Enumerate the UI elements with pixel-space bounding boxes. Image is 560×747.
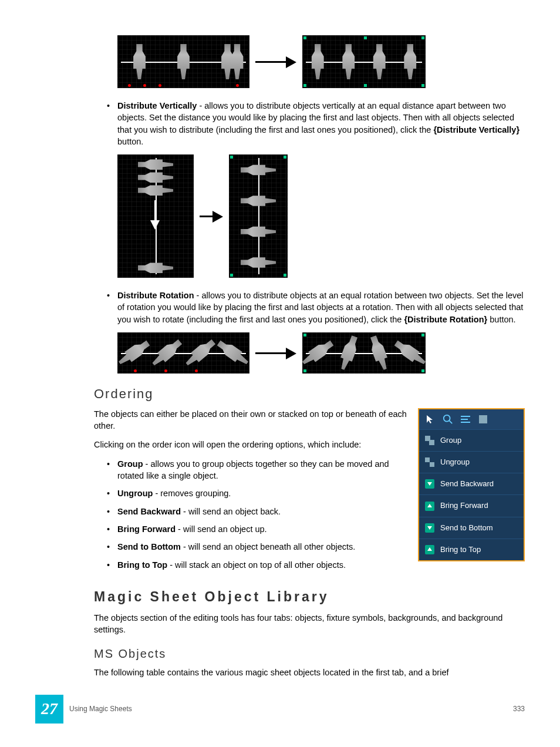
label: Send to Bottom: [440, 523, 493, 533]
panel-toolbar: [419, 409, 524, 429]
label: Group: [440, 435, 461, 446]
heading-ordering: Ordering: [94, 385, 525, 403]
arrow-right-icon: [255, 59, 296, 65]
text: - will send an object back.: [181, 507, 281, 516]
group-icon: [425, 436, 434, 445]
svg-rect-2: [461, 416, 470, 417]
ordering-item-send-to-bottom: • Send to Bottom - will send an object b…: [94, 541, 410, 553]
ordering-item-ungroup: • Ungroup - removes grouping.: [94, 487, 410, 499]
svg-rect-5: [479, 415, 487, 423]
ordering-intro-1: The objects can either be placed on thei…: [94, 408, 410, 432]
bullet-distribute-vertically: • Distribute Vertically - allows you to …: [94, 100, 525, 147]
footer-section: Using Magic Sheets: [69, 704, 132, 714]
arrow-right-icon: [255, 350, 296, 356]
arrow-down-icon: [425, 523, 434, 533]
term: Bring Forward: [117, 524, 176, 534]
figure-distribute-rotation: [117, 332, 525, 374]
term: Bring to Top: [117, 560, 167, 570]
arrow-right-icon: [200, 213, 223, 219]
bullet-distribute-rotation: • Distribute Rotation - allows you to di…: [94, 290, 525, 325]
term: Distribute Rotation: [117, 291, 194, 300]
after-text: button.: [117, 137, 143, 146]
ms-objects-text: The following table contains the various…: [94, 667, 525, 678]
term: Ungroup: [117, 489, 153, 498]
text: - will send an object beneath all other …: [181, 542, 355, 551]
arrow-up-icon: [425, 502, 434, 511]
ordering-item-group: • Group - allows you to group objects to…: [94, 458, 410, 482]
panel-item-bring-to-top[interactable]: Bring to Top: [419, 539, 524, 560]
text: - will stack an object on top of all oth…: [167, 560, 346, 570]
text: - allows you to group objects together s…: [117, 459, 389, 480]
figure-distribute-vertical: [117, 154, 525, 278]
svg-line-1: [450, 421, 453, 424]
library-intro: The objects section of the editing tools…: [94, 612, 525, 636]
heading-ms-objects: MS Objects: [94, 645, 525, 662]
arrow-down-icon: [425, 479, 434, 489]
term: Distribute Vertically: [117, 101, 197, 110]
term: Send to Bottom: [117, 542, 181, 551]
label: Ungroup: [440, 457, 470, 467]
ordering-panel: Group Ungroup Send Backward Bring Forwar…: [418, 408, 525, 561]
text: - will send an object up.: [176, 524, 267, 534]
after-text: button.: [487, 315, 515, 324]
svg-point-0: [444, 415, 450, 422]
heading-object-library: Magic Sheet Object Library: [94, 587, 525, 606]
button-ref: {Distribute Vertically}: [433, 125, 519, 134]
ordering-item-bring-forward: • Bring Forward - will send an object up…: [94, 523, 410, 535]
button-ref: {Distribute Rotation}: [404, 315, 487, 324]
label: Bring Forward: [440, 500, 488, 511]
term: Send Backward: [117, 507, 181, 516]
arrow-up-icon: [425, 545, 434, 554]
ordering-active-icon[interactable]: [460, 414, 471, 425]
ordering-item-bring-to-top: • Bring to Top - will stack an object on…: [94, 559, 410, 571]
cursor-icon[interactable]: [425, 414, 436, 425]
ordering-item-send-backward: • Send Backward - will send an object ba…: [94, 506, 410, 517]
ungroup-icon: [425, 457, 434, 467]
label: Bring to Top: [440, 544, 481, 555]
panel-item-send-backward[interactable]: Send Backward: [419, 473, 524, 494]
label: Send Backward: [440, 479, 494, 489]
svg-rect-4: [461, 422, 470, 423]
page-footer: 27 Using Magic Sheets 333: [35, 695, 525, 724]
figure-distribute-horizontal: [117, 35, 525, 88]
panel-item-group[interactable]: Group: [419, 429, 524, 451]
ordering-intro-2: Clicking on the order icon will open the…: [94, 439, 410, 450]
panel-item-send-to-bottom[interactable]: Send to Bottom: [419, 517, 524, 539]
chapter-badge: 27: [35, 695, 63, 724]
stop-icon[interactable]: [478, 414, 488, 425]
zoom-icon[interactable]: [443, 414, 453, 425]
panel-item-bring-forward[interactable]: Bring Forward: [419, 494, 524, 516]
term: Group: [117, 459, 143, 469]
page-number: 333: [513, 704, 525, 714]
text: - removes grouping.: [153, 489, 231, 498]
panel-item-ungroup[interactable]: Ungroup: [419, 451, 524, 473]
svg-rect-3: [461, 419, 468, 420]
